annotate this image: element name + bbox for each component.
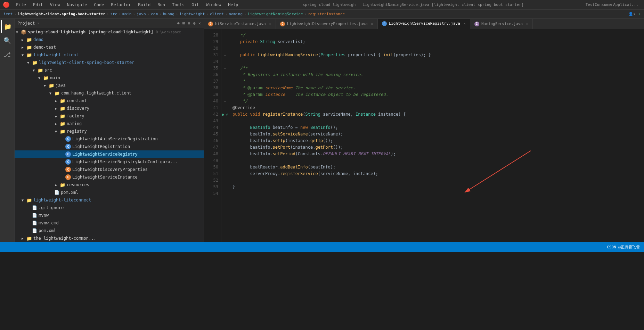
status-bar: CSDN @正月看飞雪 [0,242,644,252]
tree-item-pom1[interactable]: 📄 pom.xml [15,189,204,196]
breadcrumb: ient › lightweight-client-spring-boot-st… [0,10,644,19]
sidebar-expand-icon[interactable]: ⊞ [188,21,190,26]
tree-item-pom2[interactable]: 📄 pom.xml [15,227,204,234]
menu-refactor[interactable]: Refactor [108,2,134,8]
tree-item-LightweightDiscoveryProperties[interactable]: C LightweightDiscoveryProperties [15,166,204,173]
tree-item-resources[interactable]: ▶ 📁 resources [15,181,204,189]
code-line-37: * [233,78,640,85]
code-line-49 [233,157,640,164]
tree-item-src[interactable]: ▼ 📁 src [15,66,204,74]
tree-item-demo[interactable]: ▶ 📁 demo [15,36,204,43]
tree-item-LightweightServiceInstance[interactable]: C LightweightServiceInstance [15,173,204,181]
tab-close-icon[interactable]: ✕ [526,22,528,26]
tree-item-LightweightServiceRegistry[interactable]: C LightweightServiceRegistry [15,150,204,158]
tree-item-main[interactable]: ▼ 📁 main [15,74,204,82]
code-line-39: * @param instance The instance object to… [233,91,640,98]
breadcrumb-huang[interactable]: huang [163,12,174,16]
tree-item-mvnw-cmd[interactable]: 📄 mvnw.cmd [15,219,204,227]
tree-item-naming[interactable]: ▶ 📁 naming [15,120,204,127]
sidebar-header: Project ▾ ⊕ ⊟ ⊞ ⚙ ✕ [15,19,204,28]
line-numbers: 28 29 30 31 34 35 36 37 38 39 40 41 42 4… [204,29,221,242]
tree-item-factory[interactable]: ▶ 📁 factory [15,112,204,120]
menu-code[interactable]: Code [91,2,107,8]
menu-git[interactable]: Git [189,2,202,8]
code-content[interactable]: */ private String serverList; public Lig… [228,29,644,242]
breadcrumb-src[interactable]: src [110,12,117,16]
menu-tools[interactable]: Tools [169,2,187,8]
tree-item-lw-client[interactable]: ▼ 📁 lightweight-client [15,51,204,59]
activity-search[interactable]: 🔍 [1,34,14,47]
code-line-41: @Override [233,105,640,111]
breadcrumb-naming[interactable]: naming [229,12,243,16]
tree-item-lw-common[interactable]: ▶ 📁 the lightweight-common... [15,234,204,242]
menu-navigate[interactable]: Navigate [64,2,90,8]
code-line-28: */ [233,32,640,39]
project-sidebar: Project ▾ ⊕ ⊟ ⊞ ⚙ ✕ ▼ 📦 spring-cloud-lig… [15,19,204,242]
tab-switcher[interactable]: TestConsumerApplicat... [586,2,638,7]
tab-label: htServiceInstance.java [215,22,266,26]
breadcrumb-com[interactable]: com [151,12,158,16]
breadcrumb-main[interactable]: main [122,12,132,16]
tree-item-java[interactable]: ▼ 📁 java [15,82,204,89]
breadcrumb-root[interactable]: ient [3,12,13,16]
sidebar-settings-icon[interactable]: ⚙ [193,21,196,26]
tree-item-LightweightRegistration[interactable]: C LightweightRegistration [15,143,204,150]
tab-label: LightweightServiceRegistry.java [389,21,460,26]
tree-item-lw-liteconnect[interactable]: ▼ 📁 lightweight-liteconnect [15,196,204,204]
tab-close-icon[interactable]: ✕ [464,22,466,25]
activity-bar: 📁 🔍 ⎇ [0,19,15,242]
tree-item-registry[interactable]: ▼ 📁 registry [15,127,204,135]
menu-build[interactable]: Build [135,2,153,8]
user-icon[interactable]: 👤▾ [628,12,636,16]
window-title: spring-cloud-lightweigh - LightweightNam… [242,2,584,7]
code-line-43 [233,118,640,124]
breadcrumb-client[interactable]: client [210,12,224,16]
tab-htServiceInstance[interactable]: C htServiceInstance.java ✕ [204,19,276,29]
tab-NamingService[interactable]: I NamingService.java ✕ [470,19,533,29]
code-line-47: beatInfo.setPort(instance.getPort()); [233,144,640,151]
sidebar-collapse-icon[interactable]: ⊟ [182,21,185,26]
sidebar-scope-icon[interactable]: ⊕ [177,21,180,26]
tree-item-constant[interactable]: ▶ 📁 constant [15,97,204,105]
code-line-40: */ [233,98,640,105]
tree-item-gitignore[interactable]: 📄 .gitignore [15,204,204,212]
tree-item-LightweightServiceRegistryAutoConfigura[interactable]: C LightweightServiceRegistryAutoConfigur… [15,158,204,166]
tab-LightweightDiscoveryProperties[interactable]: C LightweightDiscoveryProperties.java ✕ [276,19,378,29]
tree-item-lw-starter[interactable]: ▼ 📁 lightweight-client-spring-boot-start… [15,59,204,66]
menu-view[interactable]: View [47,2,63,8]
tree-item-discovery[interactable]: ▶ 📁 discovery [15,105,204,112]
activity-vcs[interactable]: ⎇ [1,48,14,60]
tab-close-icon[interactable]: ✕ [371,22,373,26]
menu-window[interactable]: Window [203,2,224,8]
app-logo: 🔴 [3,1,10,8]
tree-item-pkg[interactable]: ▼ 📁 com.huang.lightweight.client [15,89,204,97]
code-line-29: private String serverList; [233,39,640,45]
code-line-53: } [233,184,640,190]
tree-item-demo-test[interactable]: ▶ 📁 demo-test [15,43,204,51]
tree-item-LightweightAutoServiceRegistration[interactable]: C LightweightAutoServiceRegistration [15,135,204,143]
sidebar-close-icon[interactable]: ✕ [198,21,201,26]
menu-run[interactable]: Run [155,2,168,8]
code-line-36: * Registers an instance with the naming … [233,72,640,78]
menu-edit[interactable]: Edit [30,2,46,8]
menu-help[interactable]: Help [225,2,241,8]
breadcrumb-module[interactable]: lightweight-client-spring-boot-starter [18,12,105,16]
code-line-31: public LightweightNamingService(Properti… [233,52,640,58]
tab-LightweightServiceRegistry[interactable]: C LightweightServiceRegistry.java ✕ [378,19,470,29]
vcs-icon[interactable]: ↓ [638,12,641,16]
menu-file[interactable]: File [13,2,29,8]
code-line-50: beatReactor.addBeatInfo(beatInfo); [233,164,640,171]
code-line-48: beatInfo.setPeriod(Constants.DEFAULT_HEA… [233,151,640,157]
breadcrumb-class[interactable]: LightweightNamingService [248,12,303,16]
breadcrumb-method[interactable]: registerInstance [308,12,345,16]
tab-close-icon[interactable]: ✕ [269,22,271,26]
breadcrumb-lightweight[interactable]: lightweight [179,12,205,16]
code-line-51: serverProxy.registerService(serviceName,… [233,171,640,177]
breadcrumb-java[interactable]: java [137,12,146,16]
code-line-45: beatInfo.setServiceName(serviceName); [233,131,640,138]
tree-item-root[interactable]: ▼ 📦 spring-cloud-lightweigh [spring-clou… [15,28,204,36]
activity-project[interactable]: 📁 [1,20,14,33]
code-line-42: public void registerInstance(String serv… [233,111,640,118]
tree-item-mvnw[interactable]: 📄 mvnw [15,212,204,219]
code-gutter: — — — ● ⚡ [221,29,228,242]
